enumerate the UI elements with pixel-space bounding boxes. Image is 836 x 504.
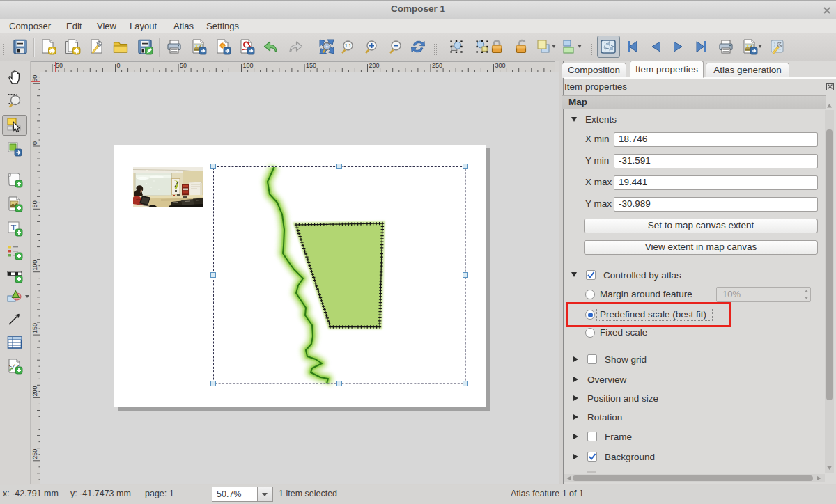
svg-text:0: 0	[31, 141, 38, 145]
svg-text:150: 150	[31, 323, 38, 333]
svg-text:250: 250	[432, 62, 442, 69]
svg-text:50: 50	[31, 75, 38, 82]
svg-text:0: 0	[117, 62, 121, 69]
svg-text:200: 200	[369, 62, 380, 69]
svg-text:150: 150	[306, 62, 316, 69]
svg-text:50: 50	[31, 200, 38, 207]
svg-text:-50: -50	[54, 62, 63, 69]
svg-text:200: 200	[31, 386, 38, 396]
svg-text:300: 300	[495, 62, 506, 69]
svg-text:100: 100	[31, 260, 38, 271]
svg-text:50: 50	[180, 62, 187, 69]
svg-text:1:1: 1:1	[345, 43, 351, 48]
svg-text:250: 250	[31, 449, 38, 459]
svg-text:100: 100	[243, 62, 254, 69]
